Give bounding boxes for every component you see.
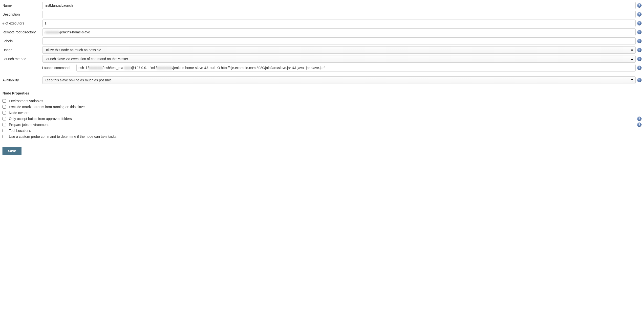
- row-labels: Labels ?: [2, 37, 642, 45]
- help-icon[interactable]: ?: [637, 66, 642, 70]
- checkbox-row-env-vars: Environment variables: [2, 98, 642, 104]
- checkbox-label[interactable]: Only accept builds from approved folders: [9, 117, 636, 121]
- availability-select[interactable]: Keep this slave on-line as much as possi…: [42, 77, 636, 84]
- checkbox-label[interactable]: Environment variables: [9, 99, 636, 103]
- checkbox-tool-locations[interactable]: [2, 129, 6, 132]
- label-labels: Labels: [2, 38, 41, 45]
- row-remote-root: Remote root directory /xxxxxxxx/jenkins-…: [2, 29, 642, 36]
- help-icon[interactable]: ?: [637, 122, 642, 127]
- launch-method-select[interactable]: Launch slave via execution of command on…: [42, 55, 636, 63]
- checkbox-row-tool-locations: Tool Locations: [2, 128, 642, 134]
- checkbox-label[interactable]: Exclude matrix parents from running on t…: [9, 105, 636, 109]
- checkbox-prepare-env[interactable]: [2, 123, 6, 126]
- row-availability: Availability Keep this slave on-line as …: [2, 77, 642, 84]
- checkbox-approved-folders[interactable]: [2, 117, 6, 121]
- help-icon[interactable]: ?: [637, 12, 642, 17]
- executors-input[interactable]: [42, 20, 636, 27]
- checkbox-env-vars[interactable]: [2, 99, 6, 103]
- description-input[interactable]: [42, 11, 636, 18]
- launch-command-input[interactable]: [76, 64, 636, 72]
- checkbox-exclude-matrix[interactable]: [2, 105, 6, 109]
- help-icon[interactable]: ?: [637, 78, 642, 82]
- labels-input[interactable]: [42, 37, 636, 45]
- help-icon[interactable]: ?: [637, 117, 642, 121]
- help-icon[interactable]: ?: [637, 48, 642, 52]
- checkbox-row-prepare-env: Prepare jobs environment ?: [2, 122, 642, 128]
- label-name: Name: [2, 2, 41, 9]
- help-icon[interactable]: ?: [637, 39, 642, 43]
- label-launch-method: Launch method: [2, 55, 41, 62]
- row-launch-command: Launch command ssh -i /xxxxxxxx/.ssh/tes…: [42, 64, 642, 72]
- row-description: Description ?: [2, 11, 642, 18]
- row-name: Name ?: [2, 2, 642, 9]
- checkbox-custom-probe[interactable]: [2, 135, 6, 138]
- checkbox-label[interactable]: Tool Locations: [9, 129, 636, 133]
- label-executors: # of executors: [2, 20, 41, 27]
- checkbox-row-exclude-matrix: Exclude matrix parents from running on t…: [2, 104, 642, 110]
- checkbox-row-custom-probe: Use a custom probe command to determine …: [2, 134, 642, 140]
- checkbox-label[interactable]: Node owners: [9, 111, 636, 115]
- checkbox-node-owners[interactable]: [2, 111, 6, 115]
- help-icon[interactable]: ?: [637, 57, 642, 61]
- remote-root-input[interactable]: [42, 29, 636, 36]
- help-icon[interactable]: ?: [637, 30, 642, 34]
- row-launch-method: Launch method Launch slave via execution…: [2, 55, 642, 63]
- usage-select[interactable]: Utilize this node as much as possible: [42, 46, 636, 54]
- label-remote-root: Remote root directory: [2, 29, 41, 36]
- row-usage: Usage Utilize this node as much as possi…: [2, 46, 642, 54]
- label-description: Description: [2, 11, 41, 18]
- label-launch-command: Launch command: [42, 66, 75, 70]
- help-icon[interactable]: ?: [637, 3, 642, 8]
- name-input[interactable]: [42, 2, 636, 9]
- checkbox-label[interactable]: Prepare jobs environment: [9, 123, 636, 127]
- row-executors: # of executors ?: [2, 20, 642, 27]
- checkbox-row-approved-folders: Only accept builds from approved folders…: [2, 116, 642, 122]
- node-properties-header: Node Properties: [2, 91, 642, 97]
- save-button[interactable]: Save: [2, 147, 22, 155]
- checkbox-label[interactable]: Use a custom probe command to determine …: [9, 135, 636, 139]
- checkbox-row-node-owners: Node owners: [2, 110, 642, 116]
- help-icon[interactable]: ?: [637, 21, 642, 26]
- label-availability: Availability: [2, 77, 41, 84]
- label-usage: Usage: [2, 47, 41, 54]
